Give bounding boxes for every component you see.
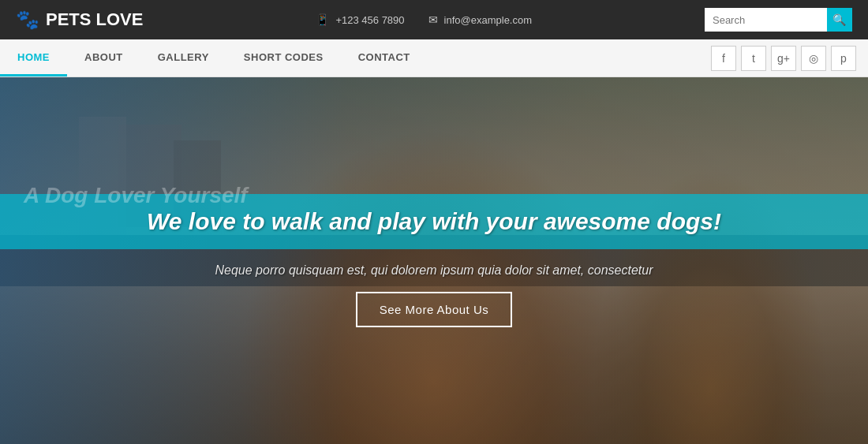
phone-item: 📱 +123 456 7890 bbox=[316, 13, 404, 26]
social-icons: f t g+ ◎ p bbox=[699, 39, 868, 76]
logo-icon: 🐾 bbox=[16, 9, 39, 31]
email-address: info@example.com bbox=[444, 14, 532, 26]
nav-bar: HOME ABOUT GALLERY SHORT CODES CONTACT f… bbox=[0, 39, 868, 77]
nav-item-shortcodes[interactable]: SHORT CODES bbox=[226, 39, 341, 76]
top-bar: 🐾 PETS LOVE 📱 +123 456 7890 ✉ info@examp… bbox=[0, 0, 868, 39]
search-bar: 🔍 bbox=[705, 8, 852, 32]
phone-icon: 📱 bbox=[316, 13, 329, 26]
pinterest-icon[interactable]: p bbox=[831, 46, 856, 71]
search-input[interactable] bbox=[705, 8, 827, 32]
nav-item-about[interactable]: ABOUT bbox=[67, 39, 140, 76]
nav-item-gallery[interactable]: GALLERY bbox=[140, 39, 226, 76]
hero-cta-button[interactable]: See More About Us bbox=[356, 292, 513, 327]
search-button[interactable]: 🔍 bbox=[827, 8, 852, 32]
logo[interactable]: 🐾 PETS LOVE bbox=[16, 9, 143, 31]
rss-icon[interactable]: ◎ bbox=[801, 46, 826, 71]
logo-text: PETS LOVE bbox=[46, 9, 143, 30]
hero-content: A Dog Lover Yourself We love to walk and… bbox=[0, 77, 868, 444]
google-plus-icon[interactable]: g+ bbox=[771, 46, 796, 71]
hero-subtitle: Neque porro quisquam est, qui dolorem ip… bbox=[215, 263, 653, 278]
nav-item-contact[interactable]: CONTACT bbox=[341, 39, 428, 76]
twitter-icon[interactable]: t bbox=[741, 46, 766, 71]
nav-links: HOME ABOUT GALLERY SHORT CODES CONTACT bbox=[0, 39, 428, 76]
nav-item-home[interactable]: HOME bbox=[0, 39, 67, 76]
phone-number: +123 456 7890 bbox=[335, 14, 404, 26]
facebook-icon[interactable]: f bbox=[711, 46, 736, 71]
email-icon: ✉ bbox=[428, 13, 438, 26]
hero-section: A Dog Lover Yourself We love to walk and… bbox=[0, 77, 868, 444]
contact-info: 📱 +123 456 7890 ✉ info@example.com bbox=[316, 13, 532, 26]
hero-bg-text: A Dog Lover Yourself bbox=[24, 183, 248, 208]
hero-title: We love to walk and play with your aweso… bbox=[47, 208, 821, 235]
email-item: ✉ info@example.com bbox=[428, 13, 532, 26]
